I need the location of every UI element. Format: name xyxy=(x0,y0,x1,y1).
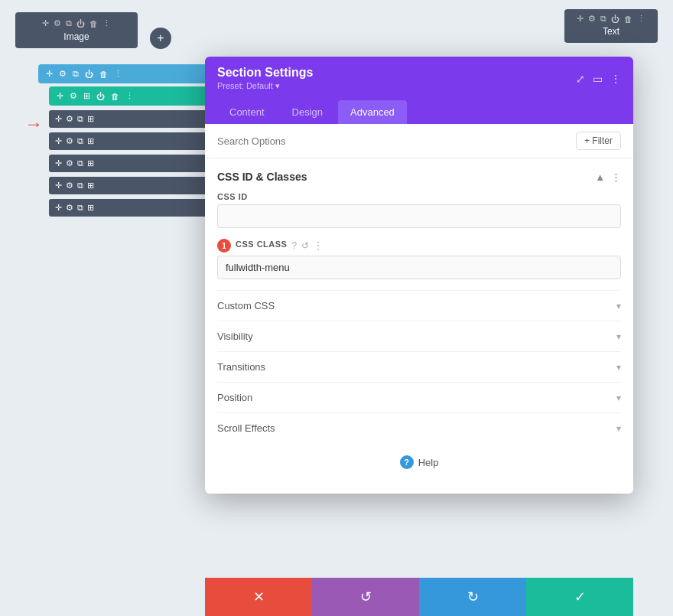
move-icon-row3[interactable]: ✛ xyxy=(55,158,62,168)
delete-icon-blue[interactable]: 🗑 xyxy=(99,70,108,79)
settings-icon-row4[interactable]: ⚙ xyxy=(66,181,73,191)
save-button[interactable]: ✓ xyxy=(526,578,633,616)
redo-button[interactable]: ↻ xyxy=(419,578,526,616)
section-more-icon[interactable]: ⋮ xyxy=(611,171,621,183)
css-id-classes-title: CSS ID & Classes xyxy=(217,171,307,183)
search-bar: + Filter xyxy=(205,124,633,158)
copy-icon-row2[interactable]: ⧉ xyxy=(77,136,83,146)
css-class-label: CSS Class xyxy=(236,240,287,249)
row-tools: ✛ ⚙ ⧉ ⊞ xyxy=(55,136,94,146)
copy-icon-row1[interactable]: ⧉ xyxy=(77,114,83,124)
scroll-effects-section: Scroll Effects ▾ xyxy=(217,412,621,443)
copy-icon-row5[interactable]: ⧉ xyxy=(77,203,83,213)
section-controls: ▲ ⋮ xyxy=(595,171,621,183)
settings-icon-row5[interactable]: ⚙ xyxy=(66,203,73,213)
block-icon-row4[interactable]: ⊞ xyxy=(87,181,94,191)
settings-icon-row3[interactable]: ⚙ xyxy=(66,158,73,168)
css-class-group: 1 CSS Class ? ↺ ⋮ xyxy=(217,239,621,279)
help-section: ? Help xyxy=(217,443,621,481)
settings-icon-blue[interactable]: ⚙ xyxy=(59,69,67,79)
image-module-toolbar: ✛ ⚙ ⧉ ⏻ 🗑 ⋮ xyxy=(42,18,111,28)
text-module-top-toolbar: ✛ ⚙ ⧉ ⏻ 🗑 ⋮ xyxy=(577,14,645,24)
copy-icon-blue[interactable]: ⧉ xyxy=(73,69,79,79)
toggle-icon[interactable]: ⏻ xyxy=(76,19,85,28)
block-icon-row5[interactable]: ⊞ xyxy=(87,203,94,213)
css-id-label: CSS ID xyxy=(217,192,621,201)
panel-content: CSS ID & Classes ▲ ⋮ CSS ID 1 CSS Class … xyxy=(205,158,633,494)
help-icon[interactable]: ? xyxy=(291,240,297,251)
copy-icon[interactable]: ⧉ xyxy=(66,18,72,28)
move-icon-row2[interactable]: ✛ xyxy=(55,136,62,146)
field-more-icon[interactable]: ⋮ xyxy=(314,240,323,251)
css-id-group: CSS ID xyxy=(217,192,621,228)
delete-icon-teal[interactable]: 🗑 xyxy=(111,92,119,101)
visibility-section: Visibility ▾ xyxy=(217,321,621,351)
copy-icon-tr[interactable]: ⧉ xyxy=(600,14,606,24)
row-tools: ✛ ⚙ ⧉ ⊞ xyxy=(55,114,94,124)
css-id-classes-header: CSS ID & Classes ▲ ⋮ xyxy=(217,171,621,183)
scroll-effects-header[interactable]: Scroll Effects ▾ xyxy=(217,422,621,434)
cancel-button[interactable]: ✕ xyxy=(205,578,312,616)
more-icon-blue[interactable]: ⋮ xyxy=(114,69,122,79)
move-icon-row5[interactable]: ✛ xyxy=(55,203,62,213)
transitions-header[interactable]: Transitions ▾ xyxy=(217,361,621,373)
move-icon-row4[interactable]: ✛ xyxy=(55,181,62,191)
settings-icon[interactable]: ⚙ xyxy=(54,18,61,28)
move-icon-teal[interactable]: ✛ xyxy=(57,91,63,101)
more-icon-tr[interactable]: ⋮ xyxy=(637,14,645,24)
move-icon[interactable]: ✛ xyxy=(42,18,49,28)
block-icon-row2[interactable]: ⊞ xyxy=(87,136,94,146)
move-icon-tr[interactable]: ✛ xyxy=(577,14,584,24)
more-icon-teal[interactable]: ⋮ xyxy=(125,91,134,101)
visibility-title: Visibility xyxy=(217,331,253,342)
settings-icon-tr[interactable]: ⚙ xyxy=(588,14,596,24)
tab-design[interactable]: Design xyxy=(280,100,335,124)
help-label[interactable]: Help xyxy=(418,457,439,468)
scroll-effects-title: Scroll Effects xyxy=(217,422,275,434)
reset-icon[interactable]: ↺ xyxy=(301,240,309,251)
arrow-indicator: → xyxy=(24,113,43,135)
block-icon-row1[interactable]: ⊞ xyxy=(87,114,94,124)
copy-icon-row4[interactable]: ⧉ xyxy=(77,181,83,191)
custom-css-header[interactable]: Custom CSS ▾ xyxy=(217,300,621,311)
transitions-section: Transitions ▾ xyxy=(217,351,621,382)
tab-advanced[interactable]: Advanced xyxy=(338,100,407,124)
image-module[interactable]: ✛ ⚙ ⧉ ⏻ 🗑 ⋮ Image xyxy=(15,12,138,48)
position-header[interactable]: Position ▾ xyxy=(217,392,621,403)
collapse-icon[interactable]: ▲ xyxy=(595,171,605,183)
more-icon[interactable]: ⋮ xyxy=(102,18,111,28)
settings-icon-row1[interactable]: ⚙ xyxy=(66,114,73,124)
copy-icon-row3[interactable]: ⧉ xyxy=(77,158,83,168)
row-tools: ✛ ⚙ ⧉ ⊞ xyxy=(55,203,94,213)
panel-header-right: ⤢ ▭ ⋮ xyxy=(576,73,621,85)
grid-icon-teal[interactable]: ⊞ xyxy=(83,91,90,101)
move-icon-blue[interactable]: ✛ xyxy=(46,69,53,79)
toggle-icon-blue[interactable]: ⏻ xyxy=(85,70,93,79)
resize-icon[interactable]: ⤢ xyxy=(576,73,585,85)
top-right-text-module[interactable]: ✛ ⚙ ⧉ ⏻ 🗑 ⋮ Text xyxy=(564,9,658,43)
css-id-input[interactable] xyxy=(217,204,621,228)
position-section: Position ▾ xyxy=(217,382,621,412)
delete-icon[interactable]: 🗑 xyxy=(89,19,98,28)
block-icon-row3[interactable]: ⊞ xyxy=(87,158,94,168)
undo-button[interactable]: ↺ xyxy=(312,578,419,616)
toggle-icon-tr[interactable]: ⏻ xyxy=(611,15,619,24)
row-tools: ✛ ⚙ ⧉ ⊞ xyxy=(55,181,94,191)
settings-icon-row2[interactable]: ⚙ xyxy=(66,136,73,146)
delete-icon-tr[interactable]: 🗑 xyxy=(624,15,632,24)
action-bar: ✕ ↺ ↻ ✓ xyxy=(205,578,633,616)
panel-more-icon[interactable]: ⋮ xyxy=(610,73,621,85)
panel-preset[interactable]: Preset: Default ▾ xyxy=(217,81,313,91)
custom-css-chevron: ▾ xyxy=(616,301,621,311)
layout-icon[interactable]: ▭ xyxy=(593,73,603,85)
visibility-header[interactable]: Visibility ▾ xyxy=(217,331,621,342)
search-input[interactable] xyxy=(217,135,570,147)
toggle-icon-teal[interactable]: ⏻ xyxy=(96,92,105,101)
move-icon-row1[interactable]: ✛ xyxy=(55,114,62,124)
image-module-label: Image xyxy=(63,31,89,42)
add-module-center-button[interactable]: + xyxy=(150,28,171,49)
tab-content[interactable]: Content xyxy=(217,100,277,124)
filter-button[interactable]: + Filter xyxy=(576,132,621,150)
settings-icon-teal[interactable]: ⚙ xyxy=(70,91,77,101)
css-class-input[interactable] xyxy=(217,256,621,279)
